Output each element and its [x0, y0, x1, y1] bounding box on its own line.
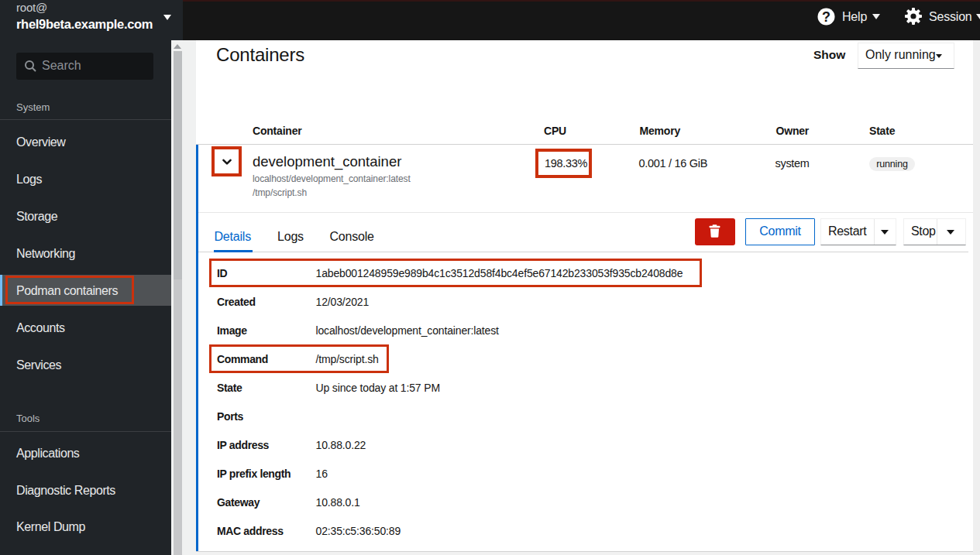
svg-text:?: ? — [822, 9, 830, 25]
